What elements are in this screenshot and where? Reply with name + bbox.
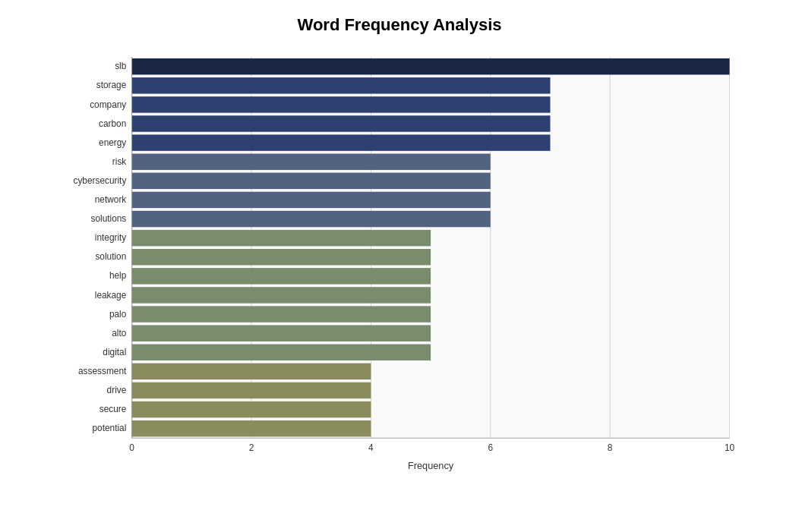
bar-alto (132, 325, 431, 341)
bar-assessment (132, 364, 371, 379)
y-label-leakage: leakage (95, 290, 127, 301)
x-tick-0: 0 (129, 442, 134, 453)
bar-solutions (132, 211, 491, 227)
bar-network (132, 192, 491, 208)
y-label-energy: energy (99, 137, 126, 148)
y-label-palo: palo (109, 309, 127, 320)
bar-energy (132, 134, 551, 150)
bar-carbon (132, 115, 551, 131)
bar-chart: slbstoragecompanycarbonenergyriskcyberse… (15, 50, 784, 480)
y-label-help: help (109, 270, 127, 281)
y-label-network: network (95, 194, 127, 205)
y-label-slb: slb (115, 61, 127, 71)
y-label-drive: drive (107, 385, 127, 395)
y-label-assessment: assessment (78, 366, 127, 376)
y-label-cybersecurity: cybersecurity (73, 175, 126, 186)
y-label-alto: alto (112, 328, 127, 338)
chart-title: Word Frequency Analysis (15, 15, 784, 35)
y-label-solutions: solutions (91, 213, 127, 224)
x-tick-8: 8 (608, 442, 613, 453)
x-axis-label: Frequency (408, 460, 454, 471)
bar-drive (132, 382, 371, 398)
y-label-carbon: carbon (99, 118, 126, 129)
bar-leakage (132, 287, 431, 303)
y-label-integrity: integrity (95, 232, 127, 243)
y-label-potential: potential (92, 423, 126, 433)
y-label-risk: risk (112, 156, 127, 167)
bar-palo (132, 306, 431, 322)
bar-secure (132, 401, 371, 417)
bar-integrity (132, 230, 431, 246)
y-label-company: company (90, 99, 126, 110)
bar-company (132, 96, 551, 112)
svg-rect-0 (132, 57, 730, 438)
bar-digital (132, 345, 431, 360)
x-tick-2: 2 (249, 442, 254, 453)
bar-slb (132, 58, 730, 74)
bar-storage (132, 77, 551, 93)
chart-container: Word Frequency Analysis slbstoragecompan… (0, 0, 799, 532)
bar-potential (132, 420, 371, 436)
y-label-digital: digital (103, 347, 126, 357)
bar-cybersecurity (132, 173, 491, 189)
bar-risk (132, 153, 491, 169)
x-tick-10: 10 (725, 442, 735, 453)
x-tick-4: 4 (368, 442, 374, 453)
y-label-solution: solution (95, 251, 126, 262)
x-tick-6: 6 (488, 442, 493, 453)
bar-solution (132, 249, 431, 265)
y-label-storage: storage (96, 80, 127, 90)
bar-help (132, 268, 431, 284)
y-label-secure: secure (99, 404, 127, 414)
